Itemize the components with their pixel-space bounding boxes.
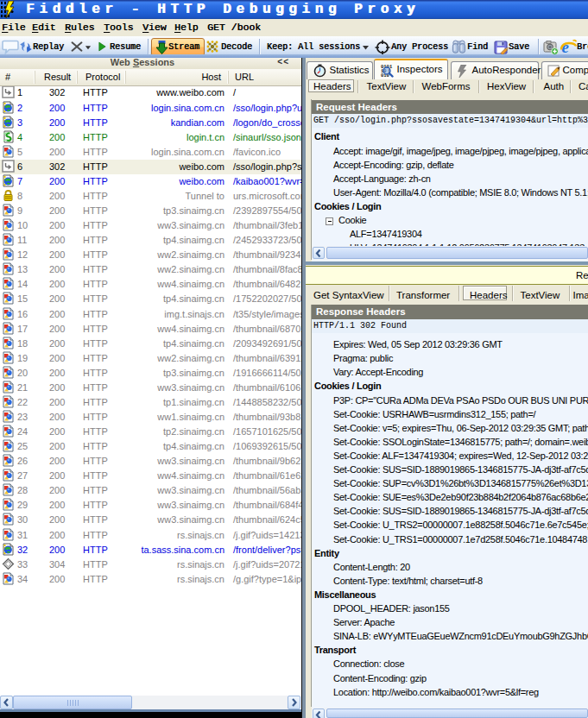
svg-text:e: e (562, 39, 570, 56)
